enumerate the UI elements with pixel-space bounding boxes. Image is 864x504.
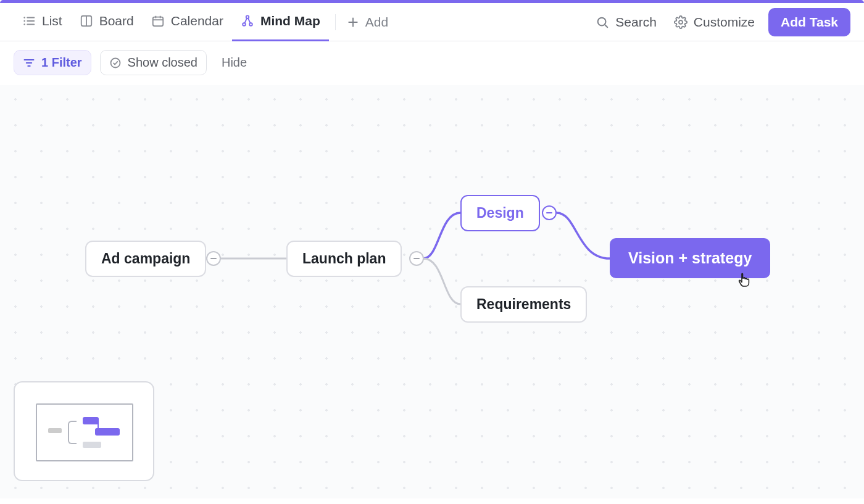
minimap-connector bbox=[68, 421, 77, 444]
collapse-toggle-design[interactable] bbox=[542, 205, 557, 220]
node-design[interactable]: Design bbox=[460, 195, 540, 231]
search-button[interactable]: Search bbox=[587, 15, 665, 30]
list-icon bbox=[22, 14, 36, 28]
view-tab-board-label: Board bbox=[99, 14, 134, 28]
plus-icon bbox=[347, 16, 359, 28]
collapse-toggle-launch-plan[interactable] bbox=[409, 251, 424, 266]
view-tab-mindmap[interactable]: Mind Map bbox=[232, 3, 329, 41]
minimap[interactable] bbox=[14, 381, 154, 481]
view-tab-mindmap-label: Mind Map bbox=[260, 14, 320, 28]
node-ad-campaign[interactable]: Ad campaign bbox=[85, 241, 206, 277]
minimap-node bbox=[48, 428, 62, 433]
cursor-pointer-icon bbox=[736, 271, 753, 289]
node-requirements[interactable]: Requirements bbox=[460, 286, 587, 323]
svg-rect-8 bbox=[152, 17, 163, 27]
filter-count-label: 1 Filter bbox=[41, 56, 82, 70]
minimap-node bbox=[95, 428, 120, 436]
filter-toolbar: 1 Filter Show closed Hide bbox=[0, 41, 864, 85]
customize-label: Customize bbox=[694, 15, 755, 30]
view-tab-calendar-label: Calendar bbox=[171, 14, 223, 28]
gear-icon bbox=[674, 15, 687, 29]
filter-count-button[interactable]: 1 Filter bbox=[14, 50, 91, 75]
add-task-button[interactable]: Add Task bbox=[768, 8, 850, 36]
node-launch-plan[interactable]: Launch plan bbox=[286, 241, 402, 277]
minimap-node bbox=[83, 442, 101, 448]
calendar-icon bbox=[151, 14, 165, 28]
add-view-button[interactable]: Add bbox=[342, 15, 393, 30]
svg-point-0 bbox=[23, 17, 25, 19]
search-icon bbox=[596, 15, 609, 29]
minimap-node bbox=[83, 417, 99, 424]
board-icon bbox=[80, 14, 93, 28]
svg-line-18 bbox=[605, 24, 608, 27]
tab-separator bbox=[335, 14, 336, 30]
mindmap-icon bbox=[241, 14, 254, 28]
check-circle-icon bbox=[109, 57, 122, 69]
view-tab-list[interactable]: List bbox=[14, 3, 71, 41]
views-tab-bar: List Board Calendar Mind Map Add Search … bbox=[0, 3, 864, 41]
filter-icon bbox=[23, 57, 35, 69]
show-closed-toggle[interactable]: Show closed bbox=[100, 50, 207, 75]
svg-point-23 bbox=[110, 58, 120, 67]
minimap-viewport bbox=[36, 403, 133, 461]
search-label: Search bbox=[615, 15, 657, 30]
view-tab-calendar[interactable]: Calendar bbox=[143, 3, 232, 41]
view-tab-board[interactable]: Board bbox=[71, 3, 143, 41]
show-closed-label: Show closed bbox=[128, 56, 197, 70]
svg-point-19 bbox=[679, 20, 683, 24]
svg-point-4 bbox=[23, 23, 25, 25]
collapse-toggle-ad-campaign[interactable] bbox=[206, 251, 221, 266]
mindmap-canvas[interactable]: Ad campaign Launch plan Design Requireme… bbox=[0, 85, 864, 498]
customize-button[interactable]: Customize bbox=[665, 15, 763, 30]
add-view-label: Add bbox=[365, 15, 388, 30]
view-tab-list-label: List bbox=[42, 14, 62, 28]
svg-point-2 bbox=[23, 20, 25, 22]
hide-button[interactable]: Hide bbox=[215, 56, 253, 70]
